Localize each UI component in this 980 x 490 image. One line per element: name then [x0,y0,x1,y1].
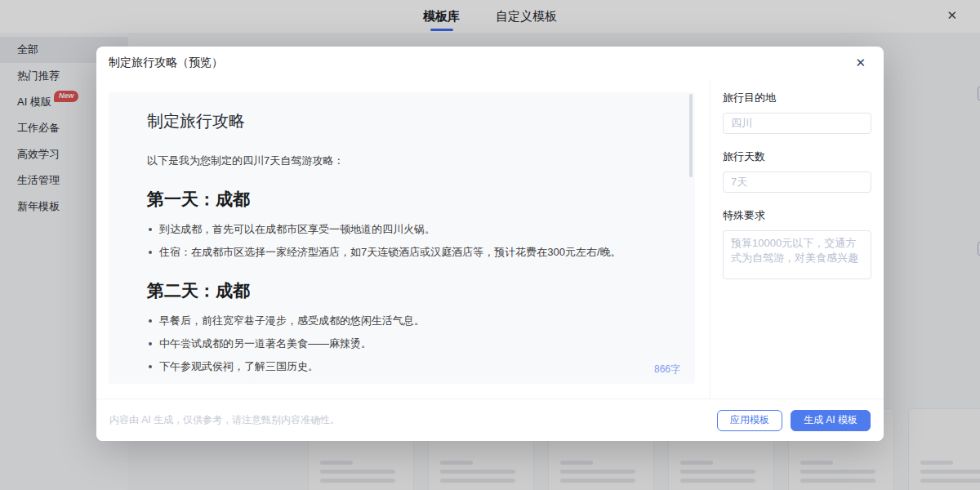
word-count: 866字 [654,363,680,376]
day1-bullet-list: 到达成都，首先可以在成都市区享受一顿地道的四川火锅。 住宿：在成都市区选择一家经… [147,222,657,260]
bullet-item: 到达成都，首先可以在成都市区享受一顿地道的四川火锅。 [147,222,657,237]
modal-header: 制定旅行攻略（预览） ✕ [96,47,884,79]
bullet-item: 早餐后，前往宽窄巷子漫步，感受成都的悠闲生活气息。 [147,314,657,328]
day2-bullet-list: 早餐后，前往宽窄巷子漫步，感受成都的悠闲生活气息。 中午尝试成都的另一道著名美食… [147,314,657,384]
special-requirements-field[interactable]: 预算10000元以下，交通方式为自驾游，对美食感兴趣 [723,230,871,279]
apply-template-button[interactable]: 应用模板 [717,410,782,431]
modal-footer: 内容由 AI 生成，仅供参考，请注意甄别内容准确性。 应用模板 生成 AI 模板 [96,399,884,441]
document-scrollbar-thumb[interactable] [689,94,693,177]
day2-heading: 第二天：成都 [147,279,657,302]
days-label: 旅行天数 [723,149,871,164]
screen: 模板库 自定义模板 ✕ 全部 热门推荐 AI 模版New 工作必备 高效学习 生… [0,0,980,490]
day1-heading: 第一天：成都 [147,188,657,211]
days-field[interactable] [723,172,871,193]
preview-document: 制定旅行攻略 以下是我为您制定的四川7天自驾游攻略： 第一天：成都 到达成都，首… [109,92,695,384]
document-intro: 以下是我为您制定的四川7天自驾游攻略： [147,154,657,168]
modal-title: 制定旅行攻略（预览） [109,56,223,70]
bullet-item: 晚餐可以在成都的夜市品尝各种小吃。 [147,382,657,384]
travel-plan-preview-modal: 制定旅行攻略（预览） ✕ 制定旅行攻略 以下是我为您制定的四川7天自驾游攻略： … [96,47,884,441]
bullet-item: 下午参观武侯祠，了解三国历史。 [147,359,657,374]
preview-document-panel[interactable]: 制定旅行攻略 以下是我为您制定的四川7天自驾游攻略： 第一天：成都 到达成都，首… [109,92,695,384]
modal-close-icon[interactable]: ✕ [855,56,866,70]
special-requirements-label: 特殊要求 [723,208,871,223]
template-form-panel: 旅行目的地 旅行天数 特殊要求 预算10000元以下，交通方式为自驾游，对美食感… [710,79,884,399]
generate-ai-template-button[interactable]: 生成 AI 模板 [791,410,871,431]
bullet-item: 中午尝试成都的另一道著名美食——麻辣烫。 [147,336,657,351]
document-title: 制定旅行攻略 [147,110,657,132]
ai-disclaimer: 内容由 AI 生成，仅供参考，请注意甄别内容准确性。 [109,413,340,427]
bullet-item: 住宿：在成都市区选择一家经济型酒店，如7天连锁酒店或汉庭酒店等，预计花费在300… [147,245,657,260]
destination-label: 旅行目的地 [723,91,871,105]
destination-field[interactable] [723,113,871,134]
